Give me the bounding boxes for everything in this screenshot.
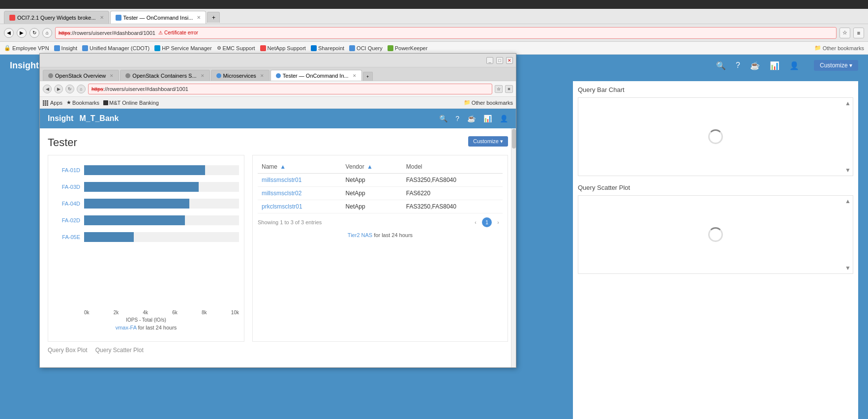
bar-row-fa03d: FA-03D (53, 182, 239, 192)
bm-hp[interactable]: HP Service Manager (154, 45, 211, 51)
outer-search-icon[interactable]: 🔍 (716, 61, 726, 70)
bm-sharepoint[interactable]: Sharepoint (311, 45, 344, 51)
inner-search-icon[interactable]: 🔍 (439, 115, 448, 122)
inner-bm-bookmarks[interactable]: ★ Bookmarks (66, 99, 99, 106)
bottom-labels: Query Box Plot Query Scatter Plot (48, 347, 508, 354)
inner-insight-header: Insight M_T_Bank 🔍 ? ☕ 📊 👤 (40, 109, 516, 128)
inner-back-btn[interactable]: ◀ (43, 85, 52, 93)
link-name-3[interactable]: prkclsmsclstr01 (262, 203, 302, 210)
bm-emc[interactable]: ⚙ EMC Support (217, 45, 255, 51)
prev-page-btn[interactable]: ‹ (471, 218, 480, 227)
close-button[interactable]: ✕ (506, 57, 513, 64)
inner-new-tab[interactable]: + (363, 72, 373, 81)
back-button[interactable]: ◀ (4, 28, 14, 38)
bar-fill-fa04d (84, 199, 189, 209)
url-bar[interactable]: https ://rowers/uiserver/#dashboard/1001… (55, 27, 837, 39)
inner-url-bar[interactable]: https ://rowers/uiserver/#dashboard/1001 (88, 84, 492, 94)
microservices-close[interactable]: ✕ (260, 73, 264, 78)
inner-star-btn[interactable]: ☆ (495, 85, 503, 93)
cert-error-badge: ⚠ Certificate error (158, 30, 198, 35)
tester-tab-close[interactable]: ✕ (197, 15, 201, 20)
bar-chart-xlabel: IOPS - Total (IO/s) (53, 315, 239, 323)
link-name-2[interactable]: millssmsclstr02 (262, 190, 301, 197)
bar-chart-caption: vmax-FA for last 24 hours (53, 325, 239, 330)
apps-grid-icon (43, 100, 48, 105)
outer-help-icon[interactable]: ? (736, 61, 740, 70)
bar-chart-caption-link[interactable]: vmax-FA (116, 325, 137, 330)
openstack-overview-close[interactable]: ✕ (110, 73, 114, 78)
bm-powerkeeper[interactable]: PowerKeeper (388, 45, 428, 51)
table-caption-link[interactable]: Tier2 NAS (348, 232, 372, 238)
outer-tab-tester[interactable]: Tester — OnCommand Insi... ✕ (110, 11, 207, 24)
bookmark-star[interactable]: ☆ (839, 28, 850, 38)
bar-label-fa02d[interactable]: FA-02D (53, 217, 80, 223)
scatter-scroll-down[interactable]: ▼ (845, 265, 851, 271)
inner-scrollbar[interactable] (511, 128, 516, 367)
link-name-1[interactable]: millssmsclstr01 (262, 177, 301, 183)
next-page-btn[interactable]: › (494, 218, 503, 227)
bm-oci[interactable]: OCI Query (349, 45, 383, 51)
inner-bm-mt-banking[interactable]: M&T Online Banking (103, 100, 159, 106)
bottom-label-scatter-plot: Query Scatter Plot (95, 347, 144, 354)
inner-tab-microservices[interactable]: Microservices ✕ (211, 70, 269, 81)
bar-chart-scroll-up[interactable]: ▲ (845, 100, 851, 107)
bm-netapp[interactable]: NetApp Support (260, 45, 306, 51)
bar-label-fa01d[interactable]: FA-01D (53, 167, 80, 173)
bar-row-fa01d: FA-01D (53, 165, 239, 175)
forward-button[interactable]: ▶ (17, 28, 27, 38)
bm-netapp-label: NetApp Support (268, 45, 306, 51)
inner-tab-openstack-overview[interactable]: OpenStack Overview ✕ (43, 70, 119, 81)
inner-other-bm[interactable]: 📁 Other bookmarks (464, 99, 513, 106)
new-tab-btn[interactable]: + (207, 12, 220, 23)
scroll-thumb[interactable] (512, 129, 516, 149)
bar-chart-scroll-down[interactable]: ▼ (845, 167, 851, 174)
hp-icon (154, 45, 160, 51)
bar-label-fa03d[interactable]: FA-03D (53, 184, 80, 190)
outer-tab-oci[interactable]: OCI7.2.1 Query Widgets broke... ✕ (4, 11, 109, 24)
inner-home-btn[interactable]: ⌂ (77, 85, 86, 93)
query-bar-chart-widget: ▲ ▼ (578, 97, 853, 176)
outer-chart-icon[interactable]: 📊 (770, 61, 779, 70)
bar-label-fa05e[interactable]: FA-05E (53, 234, 80, 240)
openstack-containers-close[interactable]: ✕ (201, 73, 205, 78)
bm-employee-vpn[interactable]: 🔒 Employee VPN (4, 45, 49, 51)
tester-inner-close[interactable]: ✕ (353, 73, 357, 78)
cert-error-text: Certificate error (164, 30, 198, 35)
oci-tab-close[interactable]: ✕ (100, 15, 104, 20)
inner-customize-btn[interactable]: Customize ▾ (468, 136, 508, 147)
browser-menu[interactable]: ≡ (853, 28, 864, 38)
inner-forward-btn[interactable]: ▶ (54, 85, 63, 93)
outer-customize-btn[interactable]: Customize ▾ (814, 60, 858, 71)
bm-insight[interactable]: Insight (54, 45, 77, 51)
outer-user-icon[interactable]: 👤 (789, 61, 799, 70)
inner-help-icon[interactable]: ? (455, 115, 459, 122)
xaxis-0k: 0k (84, 310, 90, 315)
table-container: Name ▲ Vendor ▲ Model (252, 155, 508, 342)
inner-chart-icon[interactable]: 📊 (483, 115, 492, 122)
outer-coffee-icon[interactable]: ☕ (750, 61, 760, 70)
minimize-button[interactable]: _ (486, 57, 493, 64)
scatter-scroll-up[interactable]: ▲ (845, 198, 851, 205)
other-bookmarks[interactable]: 📁 Other bookmarks (814, 45, 864, 51)
openstack-containers-icon (125, 73, 130, 78)
bar-label-fa04d[interactable]: FA-04D (53, 201, 80, 207)
url-crossed: https (59, 30, 70, 36)
current-page[interactable]: 1 (482, 217, 492, 227)
home-button[interactable]: ⌂ (42, 28, 52, 38)
maximize-button[interactable]: □ (496, 57, 503, 64)
netapp-icon (260, 45, 266, 51)
inner-coffee-icon[interactable]: ☕ (467, 115, 476, 122)
col-vendor-label: Vendor (346, 163, 364, 170)
inner-mt-label: M&T Online Banking (109, 100, 159, 106)
inner-bm-apps[interactable]: Apps (43, 100, 62, 106)
inner-tab-openstack-containers[interactable]: OpenStack Containers S... ✕ (120, 70, 210, 81)
bar-fill-fa01d (84, 165, 205, 175)
col-name[interactable]: Name ▲ (258, 160, 342, 174)
col-vendor[interactable]: Vendor ▲ (342, 160, 402, 174)
inner-menu-btn[interactable]: ≡ (505, 85, 513, 93)
inner-user-icon[interactable]: 👤 (500, 115, 508, 122)
reload-button[interactable]: ↻ (30, 28, 39, 38)
bm-unified-manager[interactable]: Unified Manager (CDOT) (82, 45, 150, 51)
inner-reload-btn[interactable]: ↻ (65, 85, 74, 93)
inner-tab-tester[interactable]: Tester — OnCommand In... ✕ (270, 70, 362, 81)
